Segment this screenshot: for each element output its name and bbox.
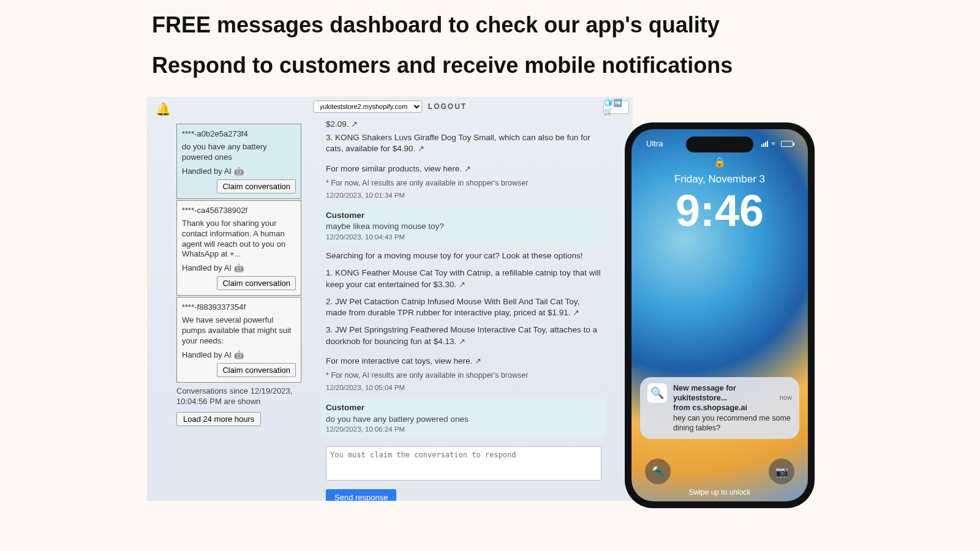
external-link-icon[interactable]: ↗ <box>418 144 424 153</box>
flashlight-button[interactable]: 🔦 <box>645 459 671 484</box>
headline-1: FREE messages dashboard to check our app… <box>152 12 720 38</box>
conversation-card[interactable]: ****-a0b2e5a273f4 do you have any batter… <box>176 124 301 199</box>
conversation-snippet: do you have any battery powered ones <box>182 142 296 163</box>
claim-conversation-button[interactable]: Claim conversation <box>217 276 296 290</box>
status-icons: ᯤ <box>761 139 793 148</box>
conversation-thread: $2.09. ↗ 3. KONG Shakers Luvs Giraffe Do… <box>326 119 601 501</box>
ai-note: * For now, AI results are only available… <box>326 370 601 381</box>
bell-icon[interactable]: 🔔 <box>156 102 171 116</box>
lockscreen-date: Friday, November 3 <box>631 173 808 186</box>
handled-badge: Handled by AI 🤖 <box>182 350 296 359</box>
conversation-id: ****-f8839337354f <box>182 302 296 312</box>
external-link-icon[interactable]: ↗ <box>459 337 466 346</box>
headline-2: Respond to customers and receive mobile … <box>152 53 733 78</box>
conversation-snippet: Thank you for sharing your contact infor… <box>182 219 296 260</box>
swipe-hint: Swipe up to unlock <box>631 488 808 497</box>
external-link-icon[interactable]: ↗ <box>464 164 471 173</box>
external-link-icon[interactable]: ↗ <box>459 280 466 289</box>
customer-label: Customer <box>326 402 601 413</box>
lock-icon: 🔒 <box>714 156 726 168</box>
notification-from: from cs.shopsage.ai <box>673 403 792 413</box>
cart-toggle-icon[interactable]: 🧊➡️🛒 <box>603 100 629 114</box>
ai-response-intro: Searching for a moving mouse toy for you… <box>326 250 601 261</box>
signal-icon <box>761 141 768 147</box>
lockscreen-time: 9:46 <box>631 186 808 236</box>
store-selector-group: yukiteststore2.myshopify.com LOGOUT <box>313 100 467 113</box>
more-link[interactable]: For more interactive cat toys, view here… <box>326 356 472 365</box>
notification-time: now <box>780 393 792 402</box>
more-link[interactable]: For more similar products, view here. <box>326 164 462 173</box>
conversation-id: ****-ca456738902f <box>182 206 296 215</box>
conversation-card[interactable]: ****-ca456738902f Thank you for sharing … <box>176 200 301 296</box>
customer-message: Customer do you have any battery powered… <box>321 399 606 438</box>
claim-conversation-button[interactable]: Claim conversation <box>217 363 296 377</box>
store-select[interactable]: yukiteststore2.myshopify.com <box>313 100 422 113</box>
item-text: 3. KONG Shakers Luvs Giraffe Dog Toy Sma… <box>326 133 590 153</box>
option-text: 2. JW Pet Cataction Catnip Infused Mouse… <box>326 297 579 317</box>
notification-text: hey can you recommend me some dining tab… <box>673 413 792 433</box>
price-text: $2.09. <box>326 119 349 129</box>
load-more-button[interactable]: Load 24 more hours <box>176 412 261 426</box>
timestamp: 12/20/2023, 10:01:34 PM <box>326 191 601 201</box>
timestamp: 12/20/2023, 10:05:04 PM <box>326 383 601 393</box>
dashboard-window: 🔔 yukiteststore2.myshopify.com LOGOUT 🧊➡… <box>147 97 633 501</box>
claim-conversation-button[interactable]: Claim conversation <box>217 179 296 193</box>
external-link-icon[interactable]: ↗ <box>351 119 358 129</box>
phone-frame: Ultra ᯤ 🔒 Friday, November 3 9:46 🔍 New … <box>625 122 815 508</box>
battery-icon <box>781 141 793 147</box>
phone-notch <box>686 137 753 152</box>
conversation-card[interactable]: ****-f8839337354f We have several powerf… <box>176 297 301 383</box>
logout-link[interactable]: LOGOUT <box>428 102 467 111</box>
send-response-button[interactable]: Send response <box>326 489 396 501</box>
camera-button[interactable]: 📷 <box>769 459 794 484</box>
ai-note: * For now, AI results are only available… <box>326 178 601 189</box>
notification-card[interactable]: 🔍 New message for yukiteststore...now fr… <box>640 377 799 439</box>
customer-text: do you have any battery powered ones <box>326 414 601 425</box>
external-link-icon[interactable]: ↗ <box>475 356 481 365</box>
carrier-text: Ultra <box>646 139 663 148</box>
handled-badge: Handled by AI 🤖 <box>182 263 296 272</box>
wifi-icon: ᯤ <box>771 139 778 148</box>
customer-label: Customer <box>326 210 601 221</box>
customer-text: maybe likea moving mouse toy? <box>326 221 601 232</box>
customer-message: Customer maybe likea moving mouse toy? 1… <box>321 206 606 246</box>
conversation-id: ****-a0b2e5a273f4 <box>182 129 296 138</box>
conversation-snippet: We have several powerful pumps available… <box>182 315 296 347</box>
reply-input[interactable] <box>326 446 601 481</box>
dashboard-topbar: 🔔 yukiteststore2.myshopify.com LOGOUT 🧊➡… <box>147 97 633 118</box>
conversations-since-text: Conversations since 12/19/2023, 10:04:56… <box>176 384 301 410</box>
phone-screen: Ultra ᯤ 🔒 Friday, November 3 9:46 🔍 New … <box>631 129 808 501</box>
handled-badge: Handled by AI 🤖 <box>182 167 296 176</box>
notification-title: New message for yukiteststore... <box>673 384 736 402</box>
conversations-sidebar: ****-a0b2e5a273f4 do you have any batter… <box>176 124 301 426</box>
external-link-icon[interactable]: ↗ <box>573 308 579 317</box>
notification-body: New message for yukiteststore...now from… <box>673 383 792 433</box>
notification-app-icon: 🔍 <box>647 383 667 403</box>
timestamp: 12/20/2023, 10:06:24 PM <box>326 425 601 435</box>
timestamp: 12/20/2023, 10:04:43 PM <box>326 233 601 242</box>
